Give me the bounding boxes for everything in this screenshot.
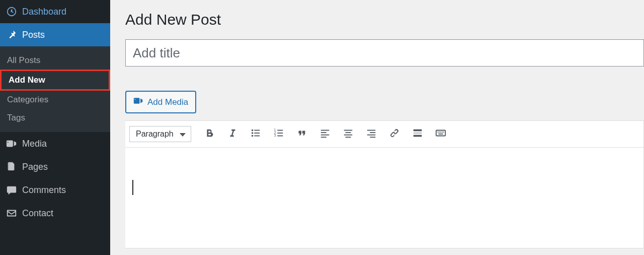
comments-icon xyxy=(6,184,17,196)
dashboard-icon xyxy=(6,6,17,17)
svg-rect-21 xyxy=(370,132,375,133)
submenu-categories[interactable]: Categories xyxy=(0,91,110,109)
svg-rect-13 xyxy=(320,132,326,133)
italic-icon xyxy=(227,128,238,141)
sidebar-item-label: Contact xyxy=(22,208,53,219)
read-more-icon xyxy=(412,128,423,141)
numbered-list-button[interactable]: 123 xyxy=(270,125,288,143)
format-select[interactable]: Paragraph xyxy=(129,126,191,142)
align-right-icon xyxy=(366,128,377,141)
bullet-list-icon xyxy=(250,128,261,141)
submenu-tags[interactable]: Tags xyxy=(0,109,110,127)
sidebar-item-comments[interactable]: Comments xyxy=(0,178,110,202)
svg-rect-20 xyxy=(367,130,375,131)
media-icon xyxy=(133,96,143,108)
bold-icon xyxy=(204,128,215,141)
sidebar-item-pages[interactable]: Pages xyxy=(0,155,110,178)
numbered-list-icon: 123 xyxy=(273,128,284,141)
blockquote-button[interactable] xyxy=(293,125,311,143)
sidebar-item-media[interactable]: Media xyxy=(0,132,110,155)
posts-submenu: All Posts Add New Categories Tags xyxy=(0,46,110,132)
page-title: Add New Post xyxy=(125,11,644,28)
svg-point-2 xyxy=(251,135,253,137)
svg-rect-17 xyxy=(345,132,351,133)
keyboard-icon xyxy=(435,128,446,141)
svg-text:3: 3 xyxy=(274,134,276,137)
read-more-button[interactable] xyxy=(409,125,427,143)
svg-rect-18 xyxy=(344,135,352,136)
svg-rect-11 xyxy=(277,136,283,137)
format-select-value: Paragraph xyxy=(136,130,174,139)
svg-rect-19 xyxy=(345,137,351,138)
svg-rect-22 xyxy=(367,135,375,136)
italic-button[interactable] xyxy=(223,125,242,143)
pages-icon xyxy=(6,161,17,172)
svg-rect-23 xyxy=(370,137,375,138)
add-media-button[interactable]: Add Media xyxy=(125,91,196,113)
svg-rect-15 xyxy=(320,137,326,138)
bold-button[interactable] xyxy=(200,125,218,143)
svg-rect-28 xyxy=(437,132,438,133)
svg-rect-16 xyxy=(344,130,352,131)
post-title-input[interactable] xyxy=(125,39,644,67)
link-button[interactable] xyxy=(385,125,404,143)
svg-rect-9 xyxy=(277,130,283,131)
svg-rect-31 xyxy=(442,132,443,133)
svg-rect-10 xyxy=(277,133,283,134)
sidebar-item-posts[interactable]: Posts xyxy=(0,23,110,46)
sidebar-item-contact[interactable]: Contact xyxy=(0,202,110,225)
admin-sidebar: Dashboard Posts All Posts Add New Catego… xyxy=(0,0,110,255)
svg-rect-25 xyxy=(413,133,422,134)
align-right-button[interactable] xyxy=(362,125,380,143)
submenu-add-new[interactable]: Add New xyxy=(0,70,110,91)
svg-rect-24 xyxy=(413,130,422,132)
submenu-all-posts[interactable]: All Posts xyxy=(0,51,110,70)
sidebar-item-label: Comments xyxy=(22,185,66,196)
sidebar-item-dashboard[interactable]: Dashboard xyxy=(0,0,110,23)
sidebar-item-label: Pages xyxy=(22,162,48,172)
quote-icon xyxy=(296,128,307,141)
editor-toolbar: Paragraph 123 xyxy=(125,120,644,148)
svg-rect-29 xyxy=(439,132,440,133)
svg-rect-4 xyxy=(254,133,260,134)
link-icon xyxy=(389,128,400,141)
svg-rect-3 xyxy=(254,130,260,131)
pin-icon xyxy=(6,29,17,40)
align-center-icon xyxy=(343,128,354,141)
envelope-icon xyxy=(6,208,17,219)
sidebar-item-label: Posts xyxy=(22,30,45,40)
svg-rect-14 xyxy=(320,135,329,136)
svg-rect-26 xyxy=(413,135,422,137)
svg-point-1 xyxy=(251,132,253,134)
svg-rect-33 xyxy=(438,134,443,135)
toolbar-toggle-button[interactable] xyxy=(432,125,450,143)
svg-rect-12 xyxy=(320,130,329,131)
media-icon xyxy=(6,138,17,149)
text-cursor xyxy=(132,180,133,195)
svg-rect-27 xyxy=(436,131,445,136)
main-content: Add New Post Add Media Paragraph xyxy=(110,0,644,255)
svg-rect-32 xyxy=(443,132,444,133)
align-left-button[interactable] xyxy=(316,125,334,143)
align-center-button[interactable] xyxy=(339,125,357,143)
bullet-list-button[interactable] xyxy=(247,125,265,143)
svg-rect-5 xyxy=(254,136,260,137)
editor-textarea[interactable] xyxy=(125,148,644,248)
align-left-icon xyxy=(319,128,331,141)
svg-point-0 xyxy=(251,130,253,132)
sidebar-item-label: Media xyxy=(22,139,47,149)
svg-rect-30 xyxy=(440,132,441,133)
add-media-label: Add Media xyxy=(147,97,188,107)
sidebar-item-label: Dashboard xyxy=(22,7,66,17)
